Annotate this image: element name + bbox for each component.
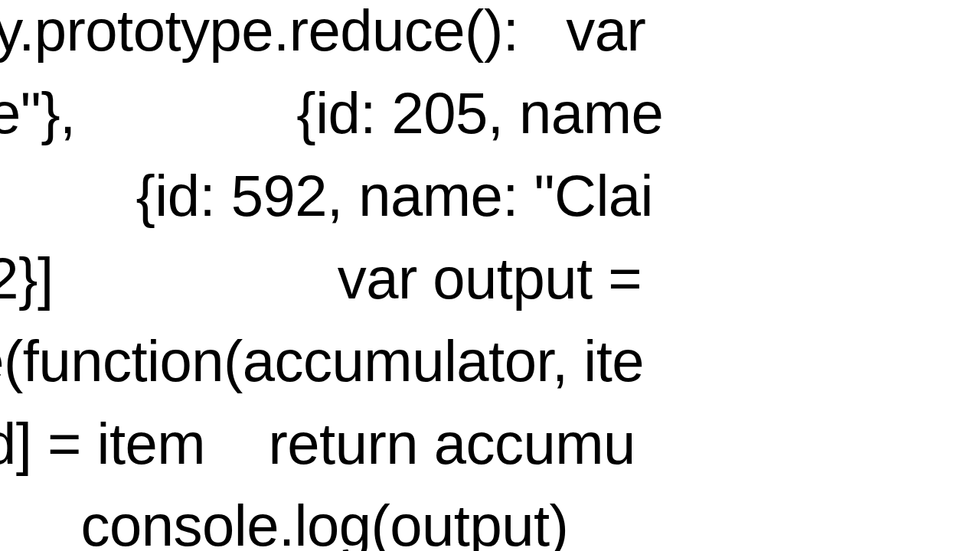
code-line-2: e: "Alice"}, {id: 205, name (0, 80, 663, 145)
code-line-5: .reduce(function(accumulator, ite (0, 328, 644, 393)
code-line-3: "}, {id: 592, name: "Clai (0, 163, 653, 228)
code-line-1: se Array.prototype.reduce(): var (0, 0, 645, 63)
code-line-7: console.log(output) (0, 493, 568, 551)
code-line-4: 32}] var output = (0, 246, 642, 311)
code-snippet: se Array.prototype.reduce(): var e: "Ali… (0, 0, 663, 551)
code-line-6: r[item.id] = item return accumu (0, 411, 635, 476)
